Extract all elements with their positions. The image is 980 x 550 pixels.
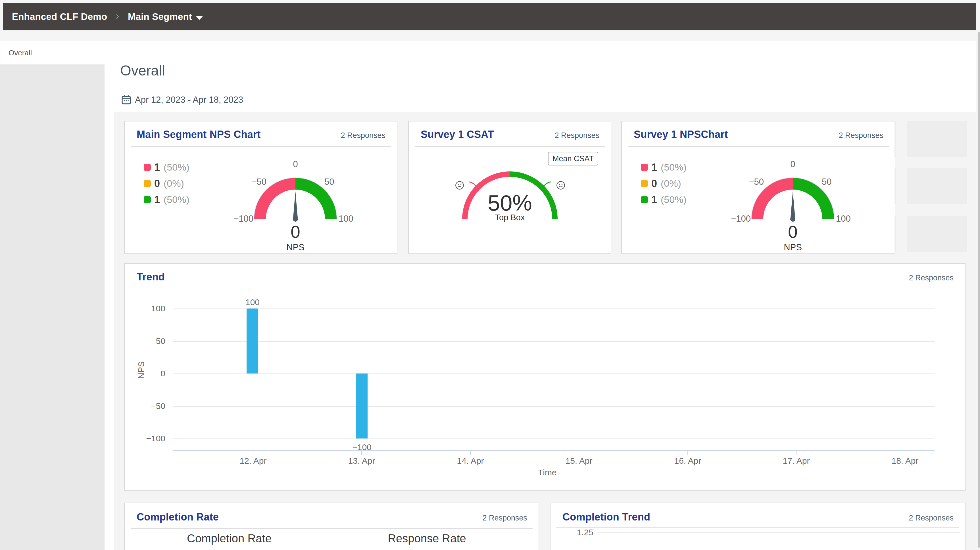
y-axis-title: NPS: [136, 359, 146, 381]
date-range-control[interactable]: Apr 12, 2023 - Apr 18, 2023: [121, 95, 243, 105]
sidebar-item-overall[interactable]: Overall: [0, 41, 105, 64]
nps-legend: 1 (50%) 0 (0%) 1 (50%): [144, 164, 189, 212]
column-header-completion-rate: Completion Rate: [144, 532, 315, 545]
responses-count: 2 Responses: [554, 131, 599, 140]
card-divider: [628, 146, 889, 147]
card-divider: [130, 528, 533, 529]
legend-item-promoters[interactable]: 1 (50%): [641, 196, 687, 203]
legend-pct: (50%): [661, 194, 687, 205]
gridline-neg50: [173, 406, 935, 407]
x-axis-line: [173, 450, 935, 451]
legend-value: 1: [651, 162, 657, 173]
ytick-neg100: −100: [131, 434, 165, 443]
x-tick: [361, 451, 362, 455]
responses-count: 2 Responses: [482, 514, 527, 523]
legend-value: 1: [154, 194, 160, 206]
legend-value: 1: [651, 194, 657, 206]
legend-value: 0: [651, 178, 657, 190]
legend-pct: (0%): [164, 178, 184, 189]
xtick-14-apr: 14. Apr: [448, 456, 493, 466]
gridline-neg100: [173, 439, 935, 439]
gauge-value: 0: [745, 222, 841, 241]
legend-item-passives[interactable]: 0 (0%): [144, 180, 189, 187]
ytick-100: 100: [131, 304, 165, 313]
responses-count: 2 Responses: [909, 274, 954, 282]
nps-gauge: 0 −50 50 −100 100 0 NPS: [745, 171, 841, 253]
skeleton-sliver: [894, 121, 896, 157]
csat-gauge: 50% Top Box: [456, 171, 564, 239]
legend-value: 0: [154, 178, 160, 190]
scrollbar-thumb[interactable]: [978, 32, 980, 548]
gridline-50: [173, 341, 935, 342]
gridline-100: [173, 309, 935, 309]
legend-pct: (50%): [164, 194, 189, 205]
ytick-50: 50: [131, 336, 165, 346]
nps-legend: 1 (50%) 0 (0%) 1 (50%): [641, 164, 687, 212]
card-trend: Trend 2 Responses 100 50 0 −50 −100 NPS …: [124, 263, 966, 491]
x-axis-title: Time: [538, 468, 557, 477]
mean-csat-button[interactable]: Mean CSAT: [548, 152, 598, 165]
gauge-needle: [790, 191, 795, 222]
ytick-1-25: 1.25: [559, 528, 593, 537]
nps-gauge: 0 −50 50 −100 100 0 NPS: [247, 171, 344, 253]
bar-12-apr[interactable]: [247, 309, 258, 374]
card-survey1-csat: Survey 1 CSAT 2 Responses Mean CSAT: [408, 121, 611, 254]
card-title: Survey 1 NPSChart: [634, 128, 728, 141]
legend-swatch-detractors: [144, 164, 151, 171]
xtick-15-apr: 15. Apr: [556, 456, 601, 466]
gridline-1-25: [598, 533, 960, 533]
skeleton-box: [907, 168, 967, 204]
x-tick: [687, 451, 688, 455]
responses-count: 2 Responses: [340, 131, 385, 140]
legend-item-detractors[interactable]: 1 (50%): [641, 164, 687, 171]
x-tick: [905, 451, 905, 455]
card-title: Completion Rate: [137, 511, 219, 523]
card-main-segment-nps: Main Segment NPS Chart 2 Responses 1 (50…: [124, 121, 398, 254]
gauge-tick-neg50: −50: [749, 177, 764, 187]
xtick-12-apr: 12. Apr: [231, 456, 276, 466]
breadcrumb-app-title[interactable]: Enhanced CLF Demo: [12, 11, 107, 22]
calendar-icon: [121, 95, 132, 105]
card-completion-trend: Completion Trend 2 Responses 1.25: [550, 502, 966, 550]
csat-value: 50%: [456, 193, 564, 212]
bar-13-apr[interactable]: [356, 374, 368, 439]
csat-value-label: Top Box: [456, 213, 564, 222]
gauge-tick-neg50: −50: [251, 177, 266, 187]
legend-swatch-promoters: [144, 196, 151, 203]
responses-count: 2 Responses: [838, 131, 883, 140]
gauge-unit: NPS: [745, 243, 841, 253]
card-divider: [557, 527, 959, 528]
legend-swatch-detractors: [641, 164, 648, 171]
skeleton-sliver: [894, 216, 896, 252]
ytick-neg50: −50: [131, 401, 165, 411]
breadcrumb-chevron-icon: ›: [116, 10, 119, 22]
skeleton-sliver: [894, 168, 896, 204]
legend-swatch-passives: [144, 180, 151, 187]
card-completion-rate: Completion Rate 2 Responses Completion R…: [124, 502, 539, 550]
gauge-needle: [293, 191, 298, 222]
legend-item-detractors[interactable]: 1 (50%): [144, 164, 189, 171]
segment-selector[interactable]: Main Segment: [128, 11, 192, 22]
legend-item-passives[interactable]: 0 (0%): [641, 180, 687, 187]
legend-item-promoters[interactable]: 1 (50%): [144, 196, 189, 203]
gauge-unit: NPS: [247, 243, 344, 253]
gauge-value: 0: [247, 222, 344, 241]
xtick-18-apr: 18. Apr: [882, 456, 928, 466]
responses-count: 2 Responses: [909, 514, 954, 523]
card-title: Main Segment NPS Chart: [137, 128, 261, 141]
top-navigation-bar: Enhanced CLF Demo › Main Segment: [3, 3, 976, 30]
page-title: Overall: [120, 62, 165, 79]
gauge-tick-100: 100: [836, 214, 851, 223]
caret-down-icon[interactable]: [196, 16, 203, 20]
gridline-0: [173, 374, 935, 374]
dashboard-page: Enhanced CLF Demo › Main Segment Overall…: [0, 0, 980, 550]
card-divider: [130, 146, 391, 147]
sidebar-item-label: Overall: [8, 49, 32, 57]
card-title: Trend: [137, 271, 165, 283]
gauge-tick-0: 0: [745, 160, 841, 169]
card-survey1-nps: Survey 1 NPSChart 2 Responses 1 (50%) 0 …: [621, 121, 895, 254]
card-title: Survey 1 CSAT: [421, 128, 494, 141]
gauge-tick-50: 50: [822, 177, 831, 187]
xtick-13-apr: 13. Apr: [339, 456, 384, 466]
skeleton-box: [907, 216, 967, 252]
